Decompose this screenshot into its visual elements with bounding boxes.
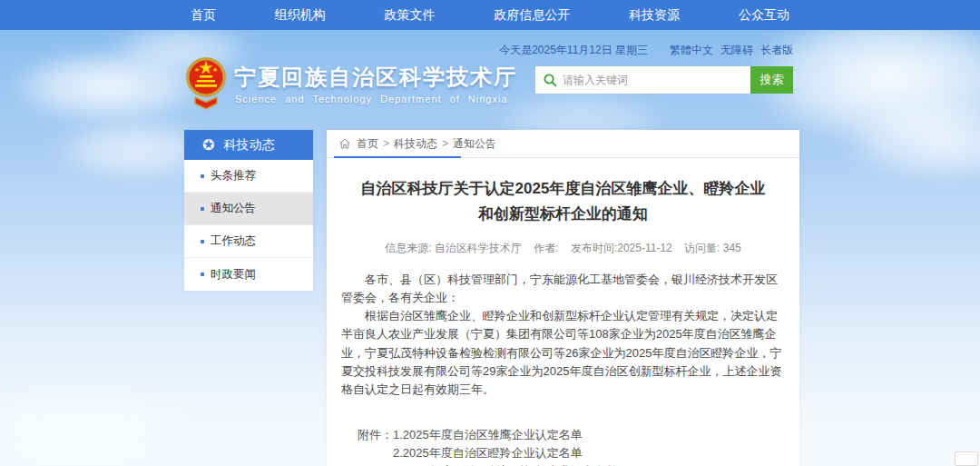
breadcrumb-separator: > <box>442 137 448 150</box>
attachments-label: 附件： <box>358 426 393 466</box>
site-subtitle: Science and Technology Department of Nin… <box>235 94 508 104</box>
sidebar-item-work-trends[interactable]: 工作动态 <box>184 225 313 258</box>
site-title: 宁夏回族自治区科学技术厅 <box>234 63 517 92</box>
article-body: 各市、县（区）科技管理部门，宁东能源化工基地管委会，银川经济技术开发区管委会，各… <box>327 271 799 399</box>
national-emblem-icon <box>185 55 227 111</box>
sidebar-item-label: 工作动态 <box>211 233 256 249</box>
main-content-panel: 首页 > 科技动态 > 通知公告 自治区科技厅关于认定2025年度自治区雏鹰企业… <box>327 130 799 466</box>
attachments-block: 附件： 1.2025年度自治区雏鹰企业认定名单 2.2025年度自治区瞪羚企业认… <box>358 426 799 466</box>
meta-views: 访问量: 345 <box>684 242 741 254</box>
sidebar-item-label: 通知公告 <box>211 201 256 216</box>
attachments-list: 1.2025年度自治区雏鹰企业认定名单 2.2025年度自治区瞪羚企业认定名单 … <box>393 426 618 466</box>
search-box <box>535 66 750 94</box>
header-right: 今天是2025年11月12日 星期三 繁體中文 无障碍 长者版 搜索 <box>535 43 793 94</box>
link-elderly-version[interactable]: 长者版 <box>760 43 793 58</box>
nav-item-home[interactable]: 首页 <box>191 7 216 24</box>
top-nav-bar: 首页 组织机构 政策文件 政府信息公开 科技资源 公众互动 <box>0 0 980 30</box>
header-utility-row: 今天是2025年11月12日 星期三 繁體中文 无障碍 长者版 <box>535 43 793 58</box>
bullet-icon <box>201 207 204 211</box>
nav-item-tech-resources[interactable]: 科技资源 <box>629 7 680 24</box>
search-icon <box>543 73 557 87</box>
nav-item-policy[interactable]: 政策文件 <box>385 7 436 24</box>
breadcrumb-separator: > <box>383 137 389 150</box>
attachment-link-1[interactable]: 1.2025年度自治区雏鹰企业认定名单 <box>393 426 618 444</box>
attachment-link-2[interactable]: 2.2025年度自治区瞪羚企业认定名单 <box>393 444 618 462</box>
article-title-line1: 自治区科技厅关于认定2025年度自治区雏鹰企业、瞪羚企业 <box>348 176 778 202</box>
nav-item-organization[interactable]: 组织机构 <box>275 7 326 24</box>
today-date-text: 今天是2025年11月12日 星期三 <box>499 43 648 58</box>
page: { "colors": { "primary_blue": "#3a7bd9",… <box>0 0 980 466</box>
sidebar-item-current-politics[interactable]: 时政要闻 <box>184 258 313 291</box>
article-paragraph: 各市、县（区）科技管理部门，宁东能源化工基地管委会，银川经济技术开发区管委会，各… <box>341 271 785 307</box>
article-paragraph: 根据自治区雏鹰企业、瞪羚企业和创新型标杆企业认定管理有关规定，决定认定半亩良人农… <box>341 307 785 399</box>
article-title: 自治区科技厅关于认定2025年度自治区雏鹰企业、瞪羚企业 和创新型标杆企业的通知 <box>327 176 799 227</box>
meta-publish-time: 发布时间:2025-11-12 <box>571 242 672 254</box>
cloud-decoration <box>0 382 200 463</box>
nav-item-gov-info[interactable]: 政府信息公开 <box>494 7 570 24</box>
sidebar-item-notices[interactable]: 通知公告 <box>184 193 313 225</box>
article-meta: 信息来源: 自治区科学技术厅 作者: 发布时间:2025-11-12 访问量: … <box>327 241 799 256</box>
search-button[interactable]: 搜索 <box>750 66 793 94</box>
sidebar-header: ✪ 科技动态 <box>184 130 313 160</box>
breadcrumb-notices[interactable]: 通知公告 <box>453 136 496 152</box>
bullet-icon <box>201 174 204 178</box>
tech-news-badge-icon: ✪ <box>202 138 214 153</box>
sidebar-item-label: 头条推荐 <box>211 168 256 183</box>
sidebar-title: 科技动态 <box>223 137 274 154</box>
meta-source: 信息来源: 自治区科学技术厅 <box>385 242 522 254</box>
search-bar: 搜索 <box>535 66 793 94</box>
nav-item-public-interaction[interactable]: 公众互动 <box>739 7 789 24</box>
sidebar-item-headlines[interactable]: 头条推荐 <box>184 160 313 193</box>
link-traditional-chinese[interactable]: 繁體中文 <box>670 43 713 58</box>
article-title-line2: 和创新型标杆企业的通知 <box>348 202 778 227</box>
breadcrumb: 首页 > 科技动态 > 通知公告 <box>327 130 799 158</box>
home-icon <box>339 138 350 149</box>
search-input[interactable] <box>563 74 750 86</box>
floating-widget[interactable] <box>955 451 978 466</box>
bullet-icon <box>201 240 204 243</box>
top-nav-items: 首页 组织机构 政策文件 政府信息公开 科技资源 公众互动 <box>191 0 789 30</box>
meta-author: 作者: <box>534 242 558 254</box>
attachment-link-3[interactable]: 3.2025年度自治区创新型标杆企业认定名单 <box>393 462 618 466</box>
sidebar: ✪ 科技动态 头条推荐 通知公告 工作动态 时政要闻 <box>184 130 313 291</box>
breadcrumb-tech-news[interactable]: 科技动态 <box>394 136 437 152</box>
bullet-icon <box>201 273 204 276</box>
breadcrumb-home[interactable]: 首页 <box>357 136 378 152</box>
sidebar-item-label: 时政要闻 <box>211 267 256 283</box>
site-header: 宁夏回族自治区科学技术厅 Science and Technology Depa… <box>0 30 980 129</box>
link-accessibility[interactable]: 无障碍 <box>720 43 753 58</box>
